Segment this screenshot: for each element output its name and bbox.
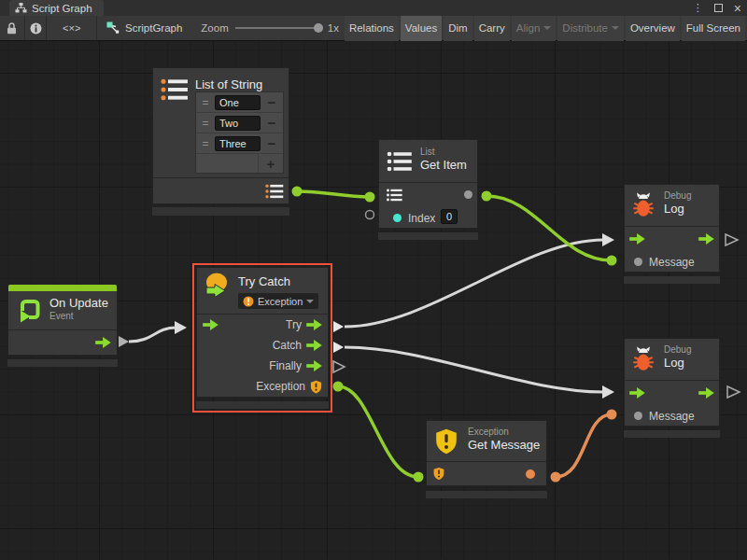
window-controls: ⋮ ×	[693, 0, 741, 16]
node-list-of-string[interactable]: List of String = One − = Two − = Three −	[152, 67, 289, 204]
drag-handle-icon[interactable]: =	[196, 137, 215, 150]
exception-type-dropdown[interactable]: Exception	[238, 293, 318, 309]
toggle-values[interactable]: Values	[401, 16, 442, 41]
drag-handle-icon[interactable]: =	[196, 117, 215, 130]
toggle-distribute[interactable]: Distribute	[557, 16, 624, 41]
node-footer	[7, 359, 118, 367]
node-debug-log-bottom[interactable]: Debug Log Message	[624, 338, 720, 427]
toggle-relations[interactable]: Relations	[345, 16, 399, 41]
remove-item-button[interactable]: −	[261, 135, 283, 151]
node-category: Debug	[664, 190, 691, 202]
toolbar-toggles: Relations Values Dim Carry Align Distrib…	[345, 16, 747, 40]
info-icon	[30, 22, 42, 35]
list-editor: = One − = Two − = Three − +	[195, 91, 284, 174]
node-debug-log-top[interactable]: Debug Log Message	[624, 184, 720, 273]
try-catch-icon	[203, 273, 231, 299]
node-category: List	[420, 147, 467, 158]
node-category: Debug	[664, 344, 691, 356]
window-menu-icon[interactable]: ⋮	[693, 2, 703, 14]
unconnected-port-triangle-finally[interactable]	[333, 361, 345, 372]
wire-endpoint	[607, 256, 617, 266]
toggle-carry[interactable]: Carry	[474, 16, 510, 41]
node-get-item[interactable]: List Get Item Index 0	[378, 139, 478, 229]
try-row: Try	[197, 315, 328, 335]
wire-catch-to-log2[interactable]	[345, 347, 603, 392]
list-item-input[interactable]: Two	[215, 116, 261, 131]
try-label: Try	[286, 318, 302, 331]
node-on-update[interactable]: On Update Event	[7, 285, 118, 356]
breadcrumb[interactable]: ScriptGraph	[97, 16, 191, 40]
finally-output-port[interactable]	[306, 360, 322, 371]
node-footer	[426, 491, 547, 498]
try-output-port[interactable]	[306, 319, 322, 330]
index-label: Index	[408, 212, 435, 225]
message-output-row	[427, 462, 546, 486]
list-input-port[interactable]	[386, 189, 403, 202]
code-preview-button[interactable]: <×>	[47, 16, 97, 40]
catch-output-port[interactable]	[306, 340, 322, 351]
zoom-label: Zoom	[201, 22, 228, 34]
add-item-button[interactable]: +	[258, 154, 283, 173]
wire-try-to-log1[interactable]	[345, 240, 603, 327]
node-try-catch[interactable]: Try Catch Exception	[196, 267, 329, 398]
node-try-catch-selection[interactable]: Try Catch Exception	[192, 263, 332, 413]
list-item-row: = Two −	[196, 113, 283, 133]
close-icon[interactable]: ×	[734, 4, 741, 13]
flow-input-port[interactable]	[203, 319, 218, 330]
toggle-fullscreen[interactable]: Full Screen	[682, 16, 745, 41]
flow-row	[8, 330, 117, 355]
node-title: Get Item	[420, 158, 467, 173]
list-item-row: = Three −	[196, 133, 283, 154]
toggle-align[interactable]: Align	[512, 16, 557, 41]
list-item-row: = One −	[196, 92, 283, 113]
toggle-dim[interactable]: Dim	[444, 16, 472, 41]
message-input-port[interactable]	[634, 412, 642, 420]
wire-getmessage-to-log2-message[interactable]	[556, 414, 612, 477]
wire-onupdate-to-trycatch[interactable]	[129, 328, 176, 342]
node-footer	[152, 207, 289, 216]
finally-label: Finally	[269, 359, 302, 372]
unconnected-port-circle[interactable]	[366, 211, 374, 219]
remove-item-button[interactable]: −	[261, 115, 283, 131]
unconnected-port-triangle-log2[interactable]	[727, 386, 740, 398]
wire-list-to-getitem[interactable]	[297, 191, 370, 197]
flow-output-port[interactable]	[698, 233, 714, 245]
node-get-message[interactable]: Exception Get Message	[426, 420, 547, 486]
message-row: Message	[625, 250, 719, 273]
flow-input-port[interactable]	[629, 387, 645, 399]
exception-type-label: Exception	[258, 296, 303, 307]
wire-endpoint	[551, 472, 561, 483]
tab-script-graph[interactable]: Script Graph	[9, 0, 104, 16]
index-value-input[interactable]: 0	[441, 209, 458, 224]
item-output-port[interactable]	[464, 190, 472, 199]
toggle-overview[interactable]: Overview	[626, 16, 680, 41]
inspect-button[interactable]	[25, 16, 48, 40]
catch-row: Catch	[197, 335, 328, 356]
exception-input-port[interactable]	[433, 467, 444, 481]
flow-output-port[interactable]	[698, 387, 714, 399]
zoom-slider[interactable]	[235, 27, 321, 29]
flow-output-port[interactable]	[95, 337, 111, 348]
wire-endpoint	[292, 187, 303, 197]
list-output-port[interactable]	[264, 184, 285, 199]
wire-endpoint	[607, 410, 617, 420]
list-item-input[interactable]: One	[215, 95, 261, 110]
index-input-port[interactable]	[393, 214, 402, 222]
flow-input-port[interactable]	[629, 233, 645, 245]
zoom-slider-handle[interactable]	[314, 23, 323, 33]
graph-canvas[interactable]: List of String = One − = Two − = Three −	[0, 41, 747, 559]
message-input-port[interactable]	[634, 258, 642, 266]
string-output-port[interactable]	[526, 469, 535, 479]
unconnected-port-triangle-log1[interactable]	[726, 234, 738, 245]
catch-label: Catch	[273, 339, 302, 352]
node-title: Try Catch	[238, 274, 290, 289]
wire-exception-to-getmessage[interactable]	[338, 386, 418, 477]
maximize-icon[interactable]	[714, 4, 723, 12]
list-item-input[interactable]: Three	[215, 136, 261, 151]
lock-button[interactable]	[0, 16, 25, 40]
remove-item-button[interactable]: −	[261, 94, 283, 110]
wire-endpoint	[333, 382, 344, 392]
drag-handle-icon[interactable]: =	[196, 96, 215, 109]
exception-output-port[interactable]	[310, 380, 322, 394]
lock-icon	[7, 22, 17, 35]
